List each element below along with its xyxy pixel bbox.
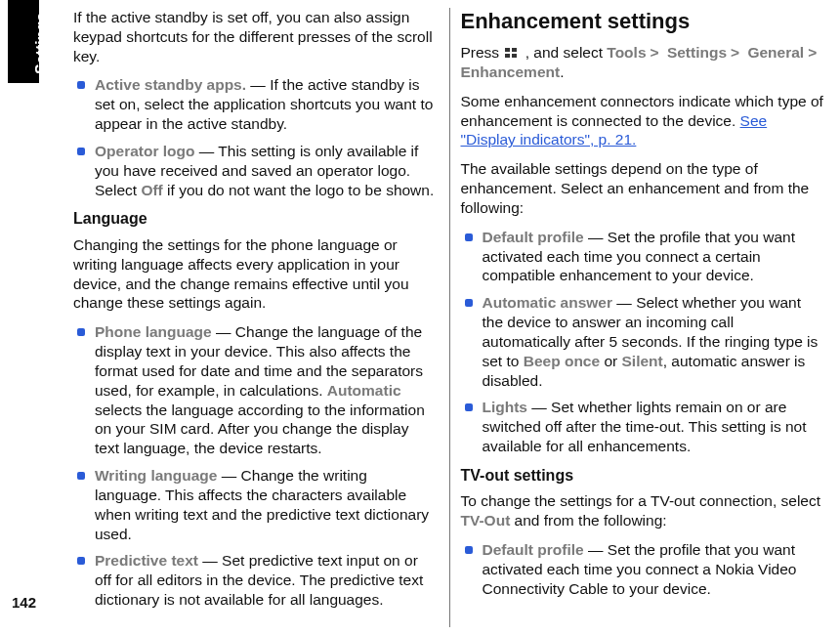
crumb-tools: Tools [607, 44, 646, 61]
term-beep-once: Beep once [524, 353, 600, 369]
term-active-standby-apps: Active standby apps. [95, 76, 246, 93]
text-or: or [600, 353, 621, 369]
item-active-standby-apps: Active standby apps. — If the active sta… [73, 75, 438, 133]
svg-rect-0 [505, 48, 510, 52]
crumb-sep-1: > [647, 44, 663, 61]
heading-enhancement-settings: Enhancement settings [461, 8, 825, 35]
crumb-sep-2: > [727, 44, 743, 61]
crumb-period: . [560, 64, 564, 80]
item-default-profile: Default profile — Set the profile that y… [461, 228, 825, 285]
crumb-enhancement: Enhancement [461, 64, 561, 80]
para-language-intro: Changing the settings for the phone lang… [73, 235, 438, 313]
list-language: Phone language — Change the language of … [73, 322, 438, 610]
term-off: Off [141, 182, 162, 198]
term-writing-language: Writing language [95, 467, 217, 484]
svg-rect-3 [512, 54, 517, 58]
menu-key-icon [503, 45, 521, 59]
term-operator-logo: Operator logo [95, 143, 194, 159]
crumb-general: General [747, 44, 804, 61]
column-divider [449, 8, 450, 627]
list-standby: Active standby apps. — If the active sta… [73, 75, 438, 199]
term-silent: Silent [622, 353, 663, 369]
side-tab-label: Settings [33, 13, 51, 74]
item-tvout-default-profile: Default profile — Set the profile that y… [461, 540, 825, 598]
item-phone-language: Phone language — Change the language of … [73, 322, 438, 458]
item-predictive-text: Predictive text — Set predictive text in… [73, 551, 438, 609]
text-operator-logo-2: if you do not want the logo to be shown. [163, 182, 434, 198]
para-available: The available settings depend on the typ… [461, 159, 825, 217]
term-tvout: TV-Out [461, 512, 511, 529]
page-number: 142 [12, 594, 36, 611]
text-tvout-1: To change the settings for a TV-out conn… [461, 492, 821, 509]
term-automatic: Automatic [327, 382, 401, 399]
text-press: Press [461, 44, 504, 61]
heading-language: Language [73, 209, 438, 229]
page: Settings 142 If the active standby is se… [0, 0, 840, 635]
term-automatic-answer: Automatic answer [483, 294, 613, 311]
item-automatic-answer: Automatic answer — Select whether you wa… [461, 293, 825, 390]
column-right: Enhancement settings Press , and select … [461, 8, 825, 627]
list-tvout: Default profile — Set the profile that y… [461, 540, 825, 598]
svg-rect-2 [505, 54, 510, 58]
text-tvout-2: and from the following: [510, 512, 666, 529]
item-lights: Lights — Set whether lights remain on or… [461, 398, 825, 455]
text-lights: — Set whether lights remain on or are sw… [483, 399, 807, 454]
side-tab: Settings [8, 0, 39, 83]
para-press-select: Press , and select Tools> Settings> Gene… [461, 43, 825, 82]
item-writing-language: Writing language — Change the writing la… [73, 466, 438, 543]
svg-rect-1 [512, 48, 517, 52]
para-connectors: Some enhancement connectors indicate whi… [461, 92, 825, 149]
item-operator-logo: Operator logo — This setting is only ava… [73, 142, 438, 199]
term-predictive-text: Predictive text [95, 552, 198, 569]
text-connectors: Some enhancement connectors indicate whi… [461, 93, 823, 129]
content-columns: If the active standby is set off, you ca… [73, 8, 824, 627]
text-phone-language-2: selects the language according to the in… [95, 402, 425, 457]
para-scroll-key: If the active standby is set off, you ca… [73, 8, 438, 65]
crumb-sep-3: > [804, 44, 820, 61]
para-tvout-intro: To change the settings for a TV-out conn… [461, 491, 825, 530]
text-and-select: , and select [525, 44, 608, 61]
list-enhancement: Default profile — Set the profile that y… [461, 228, 825, 456]
term-phone-language: Phone language [95, 323, 212, 340]
term-lights: Lights [483, 399, 528, 415]
term-default-profile: Default profile [483, 229, 584, 245]
column-left: If the active standby is set off, you ca… [73, 8, 438, 627]
term-tvout-default-profile: Default profile [483, 541, 584, 558]
heading-tvout: TV-out settings [461, 466, 825, 486]
crumb-settings: Settings [667, 44, 727, 61]
